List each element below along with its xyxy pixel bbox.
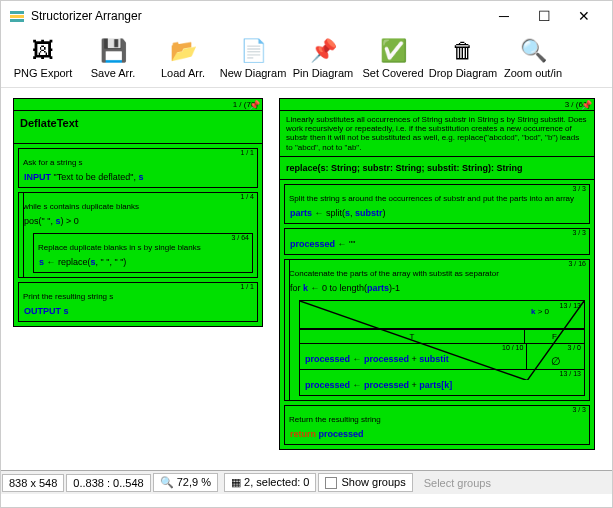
minimize-button[interactable]: ─ <box>484 1 524 31</box>
svg-rect-0 <box>10 11 24 14</box>
show-groups-checkbox[interactable]: Show groups <box>318 473 412 492</box>
svg-rect-2 <box>10 19 24 22</box>
input-block[interactable]: 1 / 1 Ask for a string s INPUT "Text to … <box>18 148 258 188</box>
save-icon: 💾 <box>99 37 127 65</box>
svg-line-3 <box>300 301 527 381</box>
pin-icon: 📌 <box>249 100 260 110</box>
status-bar: 838 x 548 0..838 : 0..548 🔍 72,9 % ▦ 2, … <box>1 470 612 494</box>
status-dimensions: 838 x 548 <box>2 474 64 492</box>
trash-icon: 🗑 <box>449 37 477 65</box>
diagram-comment: Linearly substitutes all occurrences of … <box>280 111 594 157</box>
png-export-button[interactable]: 🖼PNG Export <box>9 35 77 81</box>
set-covered-button[interactable]: ✅Set Covered <box>359 35 427 81</box>
magnifier-icon: 🔍 <box>519 37 547 65</box>
split-block[interactable]: 3 / 3 Split the string s around the occu… <box>284 184 590 224</box>
status-range: 0..838 : 0..548 <box>66 474 150 492</box>
svg-rect-1 <box>10 15 24 18</box>
diagram-title: DeflateText <box>14 111 262 144</box>
checkbox-icon <box>325 477 337 489</box>
output-block[interactable]: 1 / 1 Print the resulting string s OUTPU… <box>18 282 258 322</box>
maximize-button[interactable]: ☐ <box>524 1 564 31</box>
diagram-counter: 1 / (70)📌 <box>14 99 262 111</box>
pin-diagram-button[interactable]: 📌Pin Diagram <box>289 35 357 81</box>
diagram-deflate-text[interactable]: 1 / (70)📌 DeflateText 1 / 1 Ask for a st… <box>13 98 263 327</box>
canvas[interactable]: 1 / (70)📌 DeflateText 1 / 1 Ask for a st… <box>1 88 612 470</box>
diagram-signature: replace(s: String; substr: String; subst… <box>280 157 594 180</box>
if-block[interactable]: 13 / 13 k > 0 T F 10 / 10 processed ← pr… <box>299 300 585 396</box>
drop-diagram-button[interactable]: 🗑Drop Diagram <box>429 35 497 81</box>
replace-block[interactable]: 3 / 64 Replace duplicate blanks in s by … <box>33 233 253 273</box>
title-bar: Structorizer Arranger ─ ☐ ✕ <box>1 1 612 31</box>
return-block[interactable]: 3 / 3 Return the resulting string return… <box>284 405 590 445</box>
new-diagram-button[interactable]: 📄New Diagram <box>219 35 287 81</box>
pin-icon: 📌 <box>581 100 592 110</box>
window-title: Structorizer Arranger <box>31 9 484 23</box>
check-icon: ✅ <box>379 37 407 65</box>
diagram-replace[interactable]: 3 / (61)📌 Linearly substitutes all occur… <box>279 98 595 450</box>
save-arr-button[interactable]: 💾Save Arr. <box>79 35 147 81</box>
condition: 13 / 13 k > 0 <box>300 301 584 329</box>
diagram-counter: 3 / (61)📌 <box>280 99 594 111</box>
new-file-icon: 📄 <box>239 37 267 65</box>
toolbar: 🖼PNG Export 💾Save Arr. 📂Load Arr. 📄New D… <box>1 31 612 88</box>
load-arr-button[interactable]: 📂Load Arr. <box>149 35 217 81</box>
status-selection: ▦ 2, selected: 0 <box>224 473 317 492</box>
for-block[interactable]: 3 / 16 Concatenate the parts of the arra… <box>284 259 590 401</box>
app-icon <box>9 8 25 24</box>
image-icon: 🖼 <box>29 37 57 65</box>
close-button[interactable]: ✕ <box>564 1 604 31</box>
folder-open-icon: 📂 <box>169 37 197 65</box>
while-block[interactable]: 1 / 4 while s contains duplicate blanks … <box>18 192 258 278</box>
select-groups-label: Select groups <box>418 477 497 489</box>
pin-icon: 📌 <box>309 37 337 65</box>
init-processed-block[interactable]: 3 / 3 processed ← "" <box>284 228 590 255</box>
zoom-button[interactable]: 🔍Zoom out/in <box>499 35 567 81</box>
status-zoom: 🔍 72,9 % <box>153 473 218 492</box>
